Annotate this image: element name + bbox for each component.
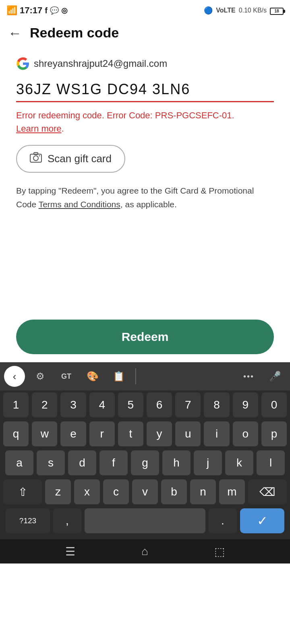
key-0[interactable]: 0: [261, 392, 287, 417]
msg-icon: 💬: [50, 6, 59, 15]
key-1[interactable]: 1: [3, 392, 29, 417]
redeem-button[interactable]: Redeem: [16, 320, 274, 354]
page-title: Redeem code: [30, 25, 119, 41]
key-k[interactable]: k: [225, 450, 253, 475]
key-m[interactable]: m: [219, 479, 245, 504]
volte-label: VoLTE: [216, 7, 235, 14]
key-r[interactable]: r: [89, 421, 115, 446]
nav-home-icon[interactable]: ⌂: [141, 545, 148, 558]
learn-more-link[interactable]: Learn more: [16, 124, 62, 134]
top-bar: ← Redeem code: [0, 21, 290, 49]
signal-icon: 📶: [6, 5, 17, 16]
camera-icon: [30, 152, 42, 165]
keyboard-back-button[interactable]: ‹: [4, 366, 25, 387]
key-8[interactable]: 8: [204, 392, 229, 417]
key-d[interactable]: d: [68, 450, 96, 475]
terms-link[interactable]: Terms and Conditions: [39, 200, 120, 209]
keyboard-toolbar: ‹ ⚙ GT 🎨 📋 ••• 🎤: [0, 362, 290, 390]
key-s[interactable]: s: [37, 450, 65, 475]
key-g[interactable]: g: [131, 450, 159, 475]
key-p[interactable]: p: [261, 421, 287, 446]
time: 17:17: [20, 5, 42, 16]
key-7[interactable]: 7: [175, 392, 201, 417]
error-message: Error redeeming code. Error Code: PRS-PG…: [16, 109, 274, 135]
spacer: [0, 239, 290, 320]
status-right: 🔵 VoLTE 0.10 KB/s 18: [204, 6, 284, 15]
account-row: shreyanshrajput24@gmail.com: [16, 57, 274, 70]
key-period[interactable]: .: [209, 508, 237, 533]
key-y[interactable]: y: [147, 421, 172, 446]
key-z[interactable]: z: [45, 479, 71, 504]
key-j[interactable]: j: [194, 450, 222, 475]
key-h[interactable]: h: [162, 450, 191, 475]
status-bar: 📶 17:17 f 💬 ◎ 🔵 VoLTE 0.10 KB/s 18: [0, 0, 290, 21]
code-input-container: [16, 79, 274, 102]
keyboard-mic-button[interactable]: 🎤: [264, 366, 286, 386]
scan-btn-label: Scan gift card: [48, 153, 112, 165]
keyboard-more-button[interactable]: •••: [238, 366, 260, 386]
key-l[interactable]: l: [257, 450, 285, 475]
google-logo: [16, 57, 30, 70]
keyboard-asdf-row: a s d f g h j k l: [0, 448, 290, 477]
terms-text: By tapping "Redeem", you agree to the Gi…: [16, 184, 274, 211]
code-input[interactable]: [16, 79, 274, 102]
key-x[interactable]: x: [74, 479, 100, 504]
scan-gift-card-button[interactable]: Scan gift card: [16, 145, 125, 173]
key-9[interactable]: 9: [233, 392, 258, 417]
keyboard-settings-button[interactable]: ⚙: [29, 366, 51, 386]
nav-back-icon[interactable]: ⬚: [214, 545, 225, 558]
data-speed: 0.10 KB/s: [239, 7, 267, 14]
key-c[interactable]: c: [103, 479, 129, 504]
key-f[interactable]: f: [99, 450, 128, 475]
keyboard-clipboard-button[interactable]: 📋: [108, 366, 130, 386]
account-email: shreyanshrajput24@gmail.com: [34, 58, 167, 69]
keyboard-number-row: 1 2 3 4 5 6 7 8 9 0: [0, 390, 290, 419]
key-symbols[interactable]: ?123: [6, 508, 50, 533]
key-5[interactable]: 5: [118, 392, 143, 417]
key-comma[interactable]: ,: [53, 508, 81, 533]
key-enter[interactable]: ✓: [240, 508, 284, 533]
nav-menu-icon[interactable]: ☰: [65, 545, 75, 558]
keyboard-zxcv-row: ⇧ z x c v b n m ⌫: [0, 477, 290, 506]
battery-level: 18: [270, 8, 284, 15]
nav-bar: ☰ ⌂ ⬚: [0, 539, 290, 564]
key-3[interactable]: 3: [60, 392, 86, 417]
error-text-main: Error redeeming code. Error Code: PRS-PG…: [16, 110, 234, 120]
key-o[interactable]: o: [233, 421, 258, 446]
key-w[interactable]: w: [32, 421, 57, 446]
key-u[interactable]: u: [175, 421, 201, 446]
main-content: shreyanshrajput24@gmail.com Error redeem…: [0, 49, 290, 239]
svg-rect-2: [34, 153, 38, 155]
chrome-icon: ◎: [61, 6, 68, 15]
bluetooth-icon: 🔵: [204, 6, 213, 15]
key-6[interactable]: 6: [147, 392, 172, 417]
key-a[interactable]: a: [5, 450, 33, 475]
keyboard-toolbar-divider: [135, 368, 136, 384]
svg-point-3: [39, 155, 40, 157]
key-shift[interactable]: ⇧: [3, 479, 42, 504]
key-b[interactable]: b: [161, 479, 187, 504]
key-backspace[interactable]: ⌫: [248, 479, 287, 504]
terms-after: , as applicable.: [120, 200, 177, 209]
facebook-icon: f: [45, 6, 48, 15]
svg-point-1: [33, 156, 38, 161]
keyboard-bottom-row: ?123 , . ✓: [0, 506, 290, 535]
keyboard-translate-button[interactable]: GT: [55, 366, 77, 386]
keyboard: ‹ ⚙ GT 🎨 📋 ••• 🎤 1 2 3 4 5 6 7 8 9 0 q w…: [0, 362, 290, 539]
back-button[interactable]: ←: [8, 26, 22, 40]
keyboard-theme-button[interactable]: 🎨: [81, 366, 104, 386]
key-i[interactable]: i: [204, 421, 229, 446]
key-space[interactable]: [85, 508, 205, 533]
key-v[interactable]: v: [132, 479, 158, 504]
battery: 18: [270, 6, 284, 15]
key-e[interactable]: e: [60, 421, 86, 446]
key-4[interactable]: 4: [89, 392, 115, 417]
key-n[interactable]: n: [190, 479, 216, 504]
keyboard-qwerty-row: q w e r t y u i o p: [0, 419, 290, 448]
status-left: 📶 17:17 f 💬 ◎: [6, 5, 68, 16]
key-t[interactable]: t: [118, 421, 143, 446]
key-q[interactable]: q: [3, 421, 29, 446]
key-2[interactable]: 2: [32, 392, 57, 417]
